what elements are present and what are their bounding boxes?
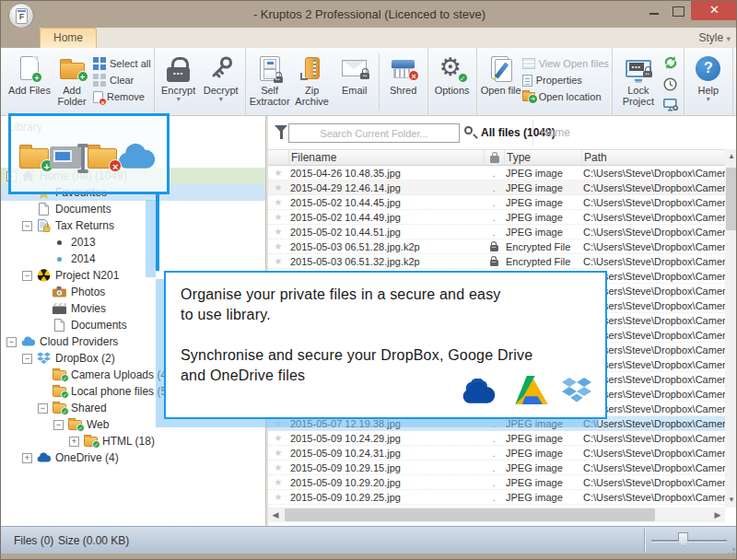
star-icon[interactable]: ★ <box>268 227 288 237</box>
doc-icon <box>36 203 52 216</box>
vertical-scrollbar[interactable]: ▲ ▼ <box>725 149 737 508</box>
table-row[interactable]: ★2015-05-03 06.51.32.jpg.k2pEncrypted Fi… <box>268 254 725 269</box>
table-row[interactable]: ★2015-05-09 10.29.20.jpg.JPEG imageC:\Us… <box>268 475 725 490</box>
clock-icon[interactable] <box>663 77 679 95</box>
tree-item[interactable]: −Tax Returns <box>1 217 265 234</box>
collapse-icon[interactable]: − <box>22 354 32 364</box>
zoom-slider-track[interactable] <box>651 540 727 542</box>
resize-grip[interactable] <box>732 548 735 551</box>
collapse-icon[interactable]: − <box>22 271 32 281</box>
open-file-button[interactable]: Open file <box>480 52 522 96</box>
type-column-header[interactable]: Type <box>504 150 581 165</box>
folder-check-icon: ✓ <box>52 387 67 397</box>
tree-item[interactable]: 2013 <box>1 234 265 251</box>
style-menu[interactable]: Style ▾ <box>698 31 731 44</box>
add-files-button[interactable]: + Add Files <box>8 52 51 96</box>
star-icon[interactable]: ★ <box>268 448 288 458</box>
folder-check-icon: ✓ <box>67 420 83 430</box>
encrypt-button[interactable]: Encrypt ▾ <box>158 52 200 102</box>
star-icon[interactable]: ★ <box>268 418 288 428</box>
collapse-icon[interactable]: − <box>53 420 64 430</box>
collapse-icon[interactable]: − <box>6 337 17 347</box>
view-open-files-button[interactable]: View Open files <box>522 55 609 72</box>
cell-lock: . <box>484 227 504 238</box>
table-row[interactable]: ★2015-04-29 12.46.14.jpg.JPEG imageC:\Us… <box>268 181 725 195</box>
star-icon[interactable]: ★ <box>268 492 288 502</box>
star-icon[interactable]: ★ <box>268 462 288 472</box>
lock-project-button[interactable]: Lock Project <box>615 52 661 107</box>
cell-lock: . <box>484 462 504 473</box>
app-icon[interactable] <box>8 3 34 29</box>
cell-filename: 2015-05-07 12.19.38.jpg <box>288 418 484 429</box>
status-size: Size (0.00 KB) <box>58 534 129 547</box>
tree-item[interactable]: Documents <box>1 201 265 217</box>
cell-path: C:\Users\Steve\Dropbox\Camera Uploads <box>581 492 725 503</box>
scroll-left-icon[interactable]: ◀ <box>268 508 283 522</box>
star-icon[interactable]: ★ <box>268 433 288 443</box>
maximize-button[interactable] <box>666 1 690 20</box>
tree-item[interactable]: +✓HTML (18) <box>1 433 265 449</box>
select-all-button[interactable]: Select all <box>93 55 151 72</box>
vertical-scroll-thumb[interactable] <box>726 168 737 230</box>
path-column-header[interactable]: Path <box>581 150 725 165</box>
divider <box>532 120 533 146</box>
clear-button[interactable]: Clear <box>93 72 151 88</box>
open-location-button[interactable]: Open location <box>522 88 609 105</box>
cell-lock: . <box>484 477 504 488</box>
help-button[interactable]: ? Help ▾ <box>687 52 730 102</box>
remove-button[interactable]: ×Remove <box>93 88 151 105</box>
cell-filename: 2015-05-02 10.44.51.jpg <box>288 227 484 238</box>
star-icon[interactable]: ★ <box>268 212 288 222</box>
cell-lock <box>484 242 504 251</box>
tab-home[interactable]: Home <box>40 28 97 48</box>
zoom-slider-thumb[interactable] <box>678 532 688 546</box>
tree-item[interactable]: 2014 <box>1 251 265 267</box>
zip-archive-button[interactable]: Zip Archive <box>291 52 333 107</box>
decrypt-button[interactable]: Decrypt ▾ <box>200 52 242 102</box>
horizontal-scroll-thumb[interactable] <box>285 508 655 521</box>
scroll-right-icon[interactable]: ▶ <box>710 508 725 522</box>
star-icon[interactable]: ★ <box>268 197 288 207</box>
filter-icon[interactable] <box>275 125 287 133</box>
search-input[interactable] <box>288 123 460 143</box>
tree-item[interactable]: +OneDrive (4) <box>1 449 265 466</box>
star-icon[interactable]: ★ <box>268 477 288 487</box>
table-row[interactable]: ★2015-05-02 10.44.51.jpg.JPEG imageC:\Us… <box>268 225 725 239</box>
tree-item-label: Documents <box>55 203 111 216</box>
expand-icon[interactable]: + <box>22 453 32 463</box>
filename-column-header[interactable]: Filename <box>288 150 484 165</box>
expand-icon[interactable]: + <box>69 437 79 447</box>
lock-icon <box>490 260 498 266</box>
star-icon[interactable]: ★ <box>268 168 288 178</box>
properties-button[interactable]: Properties <box>522 72 609 88</box>
scroll-down-icon[interactable]: ▼ <box>725 493 737 508</box>
search-icon[interactable] <box>464 126 473 134</box>
table-row[interactable]: ★2015-05-09 10.29.15.jpg.JPEG imageC:\Us… <box>268 461 725 475</box>
horizontal-scrollbar[interactable]: ◀ ▶ <box>268 508 725 522</box>
star-icon[interactable]: ★ <box>268 241 288 251</box>
table-row[interactable]: ★2015-05-02 10.44.49.jpg.JPEG imageC:\Us… <box>268 210 725 225</box>
options-button[interactable]: ✓ Options <box>431 52 474 96</box>
shred-button[interactable]: × Shred <box>382 52 425 96</box>
collapse-icon[interactable]: − <box>22 221 32 231</box>
refresh-button[interactable] <box>663 55 679 74</box>
collapse-icon[interactable]: − <box>38 403 48 414</box>
table-row[interactable]: ★2015-05-09 10.24.31.jpg.JPEG imageC:\Us… <box>268 446 725 461</box>
table-row[interactable]: ★2015-04-26 10.48.35.jpg.JPEG imageC:\Us… <box>268 166 725 181</box>
help-icon: ? <box>696 53 720 83</box>
self-extractor-button[interactable]: Self Extractor <box>249 52 291 107</box>
table-row[interactable]: ★2015-05-03 06.51.28.jpg.k2pEncrypted Fi… <box>268 239 725 254</box>
close-button[interactable]: ✕ <box>691 1 737 20</box>
add-folder-icon: + <box>19 148 49 169</box>
add-folder-button[interactable]: + Add Folder <box>51 52 93 107</box>
scroll-up-icon[interactable]: ▲ <box>725 149 737 164</box>
lock-column-header[interactable] <box>484 150 504 165</box>
minimize-button[interactable] <box>643 1 665 20</box>
table-row[interactable]: ★2015-05-09 10.29.25.jpg.JPEG imageC:\Us… <box>268 490 725 505</box>
star-icon[interactable]: ★ <box>268 256 288 266</box>
email-button[interactable]: Email <box>333 52 376 96</box>
table-row[interactable]: ★2015-05-09 10.24.29.jpg.JPEG imageC:\Us… <box>268 431 725 446</box>
monitor-settings-icon[interactable] <box>663 99 679 115</box>
star-icon[interactable]: ★ <box>268 182 288 192</box>
table-row[interactable]: ★2015-05-02 10.44.45.jpg.JPEG imageC:\Us… <box>268 195 725 210</box>
